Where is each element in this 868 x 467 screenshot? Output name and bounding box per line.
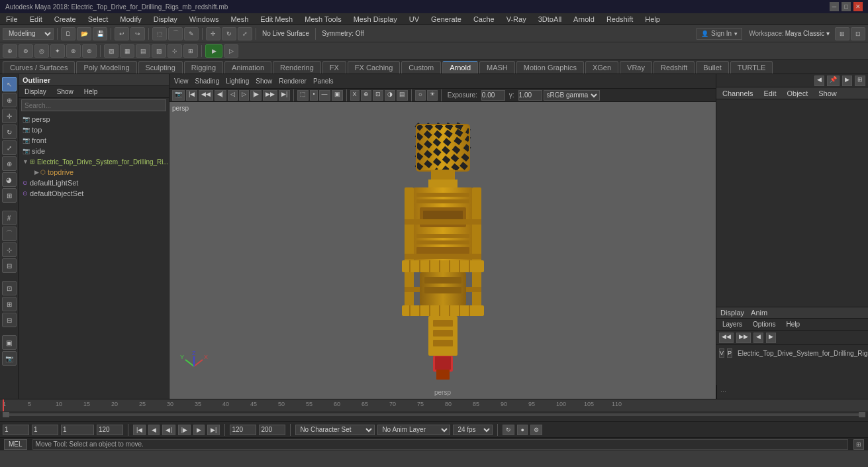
channel-expand-btn[interactable]: ▶ [842, 76, 852, 86]
tab-xgen[interactable]: XGen [585, 61, 618, 74]
render-region-btn[interactable]: ▣ [2, 335, 17, 350]
vp-menu-lighting[interactable]: Lighting [224, 77, 251, 85]
vp-xray-btn[interactable]: X [350, 90, 360, 101]
tab-mash[interactable]: MASH [479, 61, 515, 74]
play-prev-btn[interactable]: |◀ [133, 425, 146, 435]
menu-arnold[interactable]: Arnold [571, 15, 597, 24]
display-mode-1[interactable]: ⊡ [2, 281, 17, 295]
menu-cache[interactable]: Cache [471, 15, 497, 24]
autokey-btn[interactable]: ● [517, 425, 527, 435]
loop-btn[interactable]: ↻ [503, 425, 514, 435]
range-end-handle[interactable] [859, 412, 865, 417]
tree-top[interactable]: 📷 top [19, 125, 169, 135]
vp-step-back[interactable]: ◀| [215, 90, 226, 101]
outliner-menu-display[interactable]: Display [23, 87, 48, 96]
sign-in-area[interactable]: 👤 Sign In ▾ [697, 28, 742, 40]
outliner-search-input[interactable] [21, 99, 166, 111]
tab-motion-graphics[interactable]: Motion Graphics [516, 61, 584, 74]
channel-extra-btn[interactable]: ⊞ [855, 76, 865, 86]
range-start-handle[interactable] [3, 412, 9, 417]
vp-iso-btn[interactable]: ⊕ [361, 90, 371, 101]
menu-3dtoall[interactable]: 3DtoAll [536, 15, 563, 24]
play-next-btn[interactable]: ▶| [207, 425, 220, 435]
range-end-1[interactable] [230, 425, 256, 435]
layers-menu[interactable]: Layers [720, 320, 744, 329]
rotate-tool-btn[interactable]: ↻ [2, 125, 17, 139]
menu-file[interactable]: File [4, 15, 20, 24]
outliner-menu-show[interactable]: Show [55, 87, 75, 96]
menu-display[interactable]: Display [152, 15, 179, 24]
minimize-button[interactable]: ─ [830, 2, 839, 11]
menu-select[interactable]: Select [86, 15, 111, 24]
menu-help[interactable]: Help [643, 15, 662, 24]
mel-python-toggle[interactable]: MEL [4, 439, 27, 450]
layout-btn1[interactable]: ⊞ [835, 27, 849, 40]
vp-shade-btn[interactable]: ◑ [385, 90, 395, 101]
camera-btn[interactable]: 📷 [2, 351, 17, 366]
show-manip-btn[interactable]: ⊞ [2, 188, 17, 203]
move-tool[interactable]: ✛ [206, 27, 220, 40]
rotate-tool[interactable]: ↻ [222, 27, 236, 40]
vp-point-mode[interactable]: • [310, 90, 317, 101]
layer-btn1[interactable]: ◀◀ [719, 333, 734, 343]
tab-curves-surfaces[interactable]: Curves / Surfaces [3, 61, 75, 74]
vp-textured-btn[interactable]: ▤ [397, 90, 408, 101]
status-expand-btn[interactable]: ⊞ [853, 439, 864, 450]
vp-select-mode[interactable]: ⬚ [297, 90, 309, 101]
tree-electric-group[interactable]: ▼ ⊞ Electric_Top_Drive_System_for_Drilli… [19, 156, 169, 167]
play-back-btn[interactable]: ◀ [148, 425, 160, 435]
tb2-shade4[interactable]: ▧ [152, 44, 166, 58]
display-mode-2[interactable]: ⊞ [2, 297, 17, 311]
menu-mesh-display[interactable]: Mesh Display [352, 15, 399, 24]
layout-btn2[interactable]: ⊡ [851, 27, 865, 40]
channel-pin-btn[interactable]: 📌 [827, 76, 840, 86]
settings-btn[interactable]: ⚙ [530, 425, 542, 435]
lasso-tool[interactable]: ⌒ [168, 27, 183, 40]
paint-tool[interactable]: ✎ [184, 27, 199, 40]
tb2-btn4[interactable]: ✦ [50, 44, 65, 58]
display-mode-3[interactable]: ⊟ [2, 313, 17, 327]
mode-dropdown[interactable]: Modeling Rigging Animation Rendering FX [3, 28, 54, 40]
layer-btn3[interactable]: ◀ [753, 333, 763, 343]
playback-speed[interactable] [259, 425, 285, 435]
tab-fx-caching[interactable]: FX Caching [348, 61, 400, 74]
menu-vray[interactable]: V-Ray [505, 15, 528, 24]
soft-select-btn[interactable]: ◕ [2, 172, 17, 187]
close-button[interactable]: ✕ [853, 2, 863, 11]
tree-defaultobjectset[interactable]: ⊙ defaultObjectSet [19, 188, 169, 199]
tb2-render2[interactable]: ▷ [224, 44, 238, 58]
tab-redshift[interactable]: Redshift [653, 61, 695, 74]
vp-menu-shading[interactable]: Shading [193, 77, 222, 85]
vp-key-prev[interactable]: ◁ [228, 90, 238, 101]
new-btn[interactable]: 🗋 [61, 27, 75, 40]
options-menu[interactable]: Options [751, 320, 777, 329]
vp-last-frame[interactable]: ▶| [279, 90, 290, 101]
object-menu[interactable]: Object [785, 89, 810, 98]
vp-wire-btn[interactable]: ⊡ [373, 90, 383, 101]
frame-current-input[interactable] [32, 425, 58, 435]
tab-sculpting[interactable]: Sculpting [138, 61, 183, 74]
vp-menu-panels[interactable]: Panels [311, 77, 336, 85]
paint-select-btn[interactable]: ⊕ [2, 93, 17, 107]
vp-light-btn2[interactable]: ☀ [427, 90, 438, 101]
layer-row-electric[interactable]: V P Electric_Top_Drive_System_for_Drilli… [719, 346, 865, 360]
menu-create[interactable]: Create [52, 15, 78, 24]
tb2-btn6[interactable]: ⊜ [82, 44, 97, 58]
menu-edit[interactable]: Edit [28, 15, 44, 24]
tree-side[interactable]: 📷 side [19, 146, 169, 156]
select-tool[interactable]: ⬚ [152, 27, 167, 40]
anim-tab[interactable]: Anim [751, 309, 767, 317]
tb2-shade2[interactable]: ▦ [120, 44, 134, 58]
tab-animation[interactable]: Animation [224, 61, 271, 74]
vp-face-mode[interactable]: ▣ [332, 90, 343, 101]
vp-cam-bookmark[interactable]: 📷 [172, 90, 185, 101]
vp-menu-renderer[interactable]: Renderer [277, 77, 309, 85]
undo-btn[interactable]: ↩ [115, 27, 129, 40]
tree-topdrive[interactable]: ▶ ⬡ topdrive [19, 167, 169, 178]
channels-menu[interactable]: Channels [720, 89, 755, 98]
tab-turtle[interactable]: TURTLE [730, 61, 773, 74]
menu-uv[interactable]: UV [407, 15, 421, 24]
tab-rendering[interactable]: Rendering [273, 61, 321, 74]
display-tab[interactable]: Display [720, 309, 744, 317]
menu-mesh[interactable]: Mesh [228, 15, 250, 24]
